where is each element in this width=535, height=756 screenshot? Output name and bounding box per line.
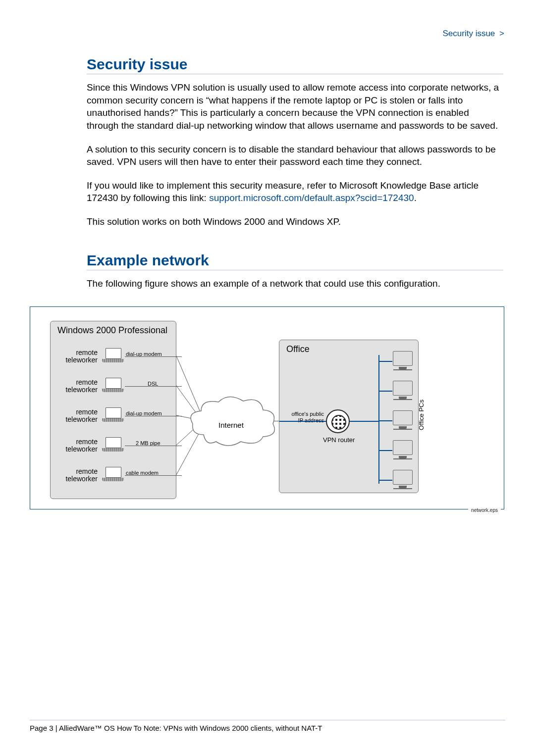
- office-pcs-label: Office PCs: [418, 400, 425, 430]
- chevron-right-icon: >: [499, 29, 504, 38]
- connection-line: [125, 446, 182, 446]
- office-box: Office office's publicIP address VPN rou…: [279, 340, 419, 493]
- paragraph: The following figure shows an example of…: [87, 277, 503, 290]
- heading-security-issue: Security issue: [87, 56, 503, 74]
- paragraph: This solution works on both Windows 2000…: [87, 215, 503, 228]
- figure-filename: network.eps: [468, 507, 501, 513]
- pc-icon: [392, 381, 413, 402]
- connection-line: [125, 475, 182, 476]
- paragraph: If you would like to implement this secu…: [87, 179, 503, 204]
- footer-rule: [30, 720, 505, 720]
- connection-line: [125, 386, 182, 387]
- internet-cloud: Internet: [189, 395, 278, 450]
- teleworker-row: remoteteleworker DSL: [51, 375, 177, 402]
- pc-icon: [392, 410, 413, 431]
- teleworker-label: remoteteleworker: [53, 408, 98, 423]
- document-page: Security issue > Security issue Since th…: [0, 0, 535, 756]
- teleworker-row: remoteteleworker dial-up modem: [51, 345, 177, 372]
- paragraph: Since this Windows VPN solution is usual…: [87, 81, 503, 132]
- laptop-icon: [102, 437, 124, 452]
- heading-example-network: Example network: [87, 252, 503, 270]
- laptop-icon: [102, 348, 124, 363]
- teleworker-label: remoteteleworker: [53, 468, 98, 482]
- page-header: Security issue >: [30, 29, 505, 39]
- teleworker-row: remoteteleworker 2 MB pipe: [51, 434, 177, 461]
- vpn-router-label: VPN router: [323, 436, 355, 444]
- vpn-router-icon: [326, 409, 350, 433]
- breadcrumb: Security issue: [443, 29, 495, 38]
- teleworker-label: remoteteleworker: [53, 349, 98, 363]
- network-diagram: Windows 2000 Professional remotetelework…: [30, 306, 504, 509]
- page-footer: Page 3 | AlliedWare™ OS How To Note: VPN…: [30, 724, 322, 732]
- pc-icon: [392, 351, 413, 372]
- laptop-icon: [102, 407, 124, 422]
- main-content: Security issue Since this Windows VPN so…: [30, 56, 505, 290]
- kb-link[interactable]: support.microsoft.com/default.aspx?scid=…: [209, 193, 414, 203]
- laptop-icon: [102, 467, 124, 482]
- office-title: Office: [286, 344, 310, 354]
- laptop-icon: [102, 378, 124, 393]
- connection-line: [125, 356, 182, 357]
- win2000-box: Windows 2000 Professional remotetelework…: [50, 321, 176, 499]
- pc-icon: [392, 470, 413, 491]
- win2000-title: Windows 2000 Professional: [57, 325, 167, 336]
- teleworker-row: remoteteleworker dial-up modem: [51, 404, 177, 432]
- teleworker-label: remoteteleworker: [53, 379, 98, 393]
- teleworker-label: remoteteleworker: [53, 438, 98, 453]
- pc-icon: [392, 440, 413, 461]
- paragraph: A solution to this security concern is t…: [87, 143, 503, 168]
- cloud-label: Internet: [218, 421, 244, 429]
- text-run: .: [414, 193, 417, 203]
- connection-line: [125, 416, 182, 416]
- teleworker-row: remoteteleworker cable modem: [51, 464, 177, 491]
